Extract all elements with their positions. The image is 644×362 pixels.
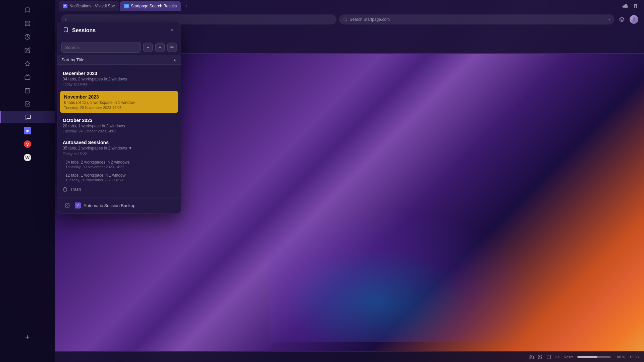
sidebar-item-mastodon[interactable]: m: [21, 125, 34, 137]
sidebar-item-calendar[interactable]: [21, 84, 34, 97]
car-glow: [269, 208, 538, 342]
edit-session-button[interactable]: ✏: [167, 43, 177, 52]
mastodon-favicon: m: [24, 127, 31, 134]
sidebar-item-history[interactable]: [21, 31, 34, 43]
tab-notifications[interactable]: m Notifications - Vivaldi Soc: [59, 1, 119, 11]
svg-marker-5: [25, 61, 30, 66]
session-meta-november: 6 tabs (of 12), 1 workspace in 1 window: [64, 100, 174, 105]
autosaved-header[interactable]: Autosaved Sessions 35 tabs, 2 workspaces…: [57, 136, 181, 151]
search-icon: [343, 17, 348, 22]
add-session-button[interactable]: +: [143, 43, 153, 52]
auto-backup-text: Automatic Session Backup: [84, 203, 136, 208]
window-icon: [546, 355, 551, 359]
session-title-december: December 2023: [63, 71, 175, 76]
remove-session-button[interactable]: −: [155, 43, 165, 52]
panel-title: Sessions: [72, 27, 165, 34]
status-camera-icon[interactable]: [529, 355, 534, 359]
sidebar-item-reader[interactable]: [21, 17, 34, 29]
settings-icon-button[interactable]: [63, 201, 72, 210]
search-bar[interactable]: Search Startpage.com ▾: [339, 14, 615, 24]
sidebar: m V W: [0, 0, 55, 362]
extensions-icon[interactable]: [617, 15, 627, 24]
address-dropdown: ▾: [65, 17, 67, 22]
autosaved-subitem-2[interactable]: 12 tabs, 1 workspace in 1 window Tuesday…: [57, 171, 181, 184]
sidebar-item-capture[interactable]: [21, 71, 34, 83]
sidebar-item-contacts[interactable]: [21, 58, 34, 70]
profile-avatar: 👤: [630, 15, 638, 24]
trash-icon: [63, 187, 67, 192]
session-meta-october: 20 tabs, 1 workspace in 2 windows: [63, 124, 175, 128]
status-window-icon[interactable]: [546, 355, 551, 359]
profile-icon[interactable]: 👤: [629, 15, 639, 24]
sidebar-item-vivaldi[interactable]: V: [21, 138, 34, 150]
cloud-icon[interactable]: ☁️: [621, 1, 630, 11]
autosaved-sub-meta-1: 34 tabs, 2 workspaces in 2 windows: [65, 160, 173, 165]
svg-rect-0: [25, 21, 27, 23]
tab-label-startpage: Startpage Search Results: [131, 4, 177, 8]
tab-startpage[interactable]: S Startpage Search Results: [120, 1, 181, 11]
settings-icon: [65, 203, 70, 208]
tab-favicon-startpage: S: [124, 4, 129, 8]
wikipedia-favicon: W: [24, 154, 31, 161]
session-title-october: October 2023: [63, 118, 175, 123]
tab-bar: m Notifications - Vivaldi Soc S Startpag…: [55, 0, 644, 12]
sessions-list: December 2023 34 tabs, 2 workspaces in 2…: [57, 65, 181, 197]
svg-point-15: [67, 205, 68, 206]
auto-backup-checkbox[interactable]: ✓: [75, 202, 81, 208]
tab-favicon-mastodon: m: [63, 4, 67, 8]
svg-rect-19: [547, 355, 550, 359]
svg-rect-7: [25, 88, 30, 93]
session-date-october: Tuesday, 24 October 2023 14:03: [63, 129, 175, 133]
close-button[interactable]: ×: [169, 27, 175, 34]
status-code-icon[interactable]: [555, 355, 560, 359]
sidebar-item-notes[interactable]: [21, 44, 34, 56]
sidebar-item-add-webpanel[interactable]: [21, 331, 34, 343]
auto-backup-label[interactable]: ✓ Automatic Session Backup: [75, 202, 136, 208]
reset-label: Reset: [564, 355, 574, 359]
panel-footer: ✓ Automatic Session Backup: [57, 197, 181, 214]
sidebar-item-tasks[interactable]: [21, 98, 34, 110]
tab-add-button[interactable]: +: [182, 2, 190, 10]
svg-rect-2: [28, 24, 30, 26]
panel-toolbar: + − ✏: [57, 39, 181, 55]
zoom-slider-fill: [577, 356, 597, 358]
sidebar-item-chat[interactable]: [0, 111, 55, 123]
sidebar-item-wikipedia[interactable]: W: [21, 152, 34, 164]
tab-label-notifications: Notifications - Vivaldi Soc: [69, 4, 115, 8]
search-dropdown: ▾: [608, 17, 610, 22]
session-item-november[interactable]: November 2023 6 tabs (of 12), 1 workspac…: [60, 91, 178, 113]
autosaved-title: Autosaved Sessions: [63, 140, 175, 145]
session-item-october[interactable]: October 2023 20 tabs, 1 workspace in 2 w…: [57, 114, 181, 136]
clock: 15:38: [629, 355, 639, 359]
autosaved-sub-meta-2: 12 tabs, 1 workspace in 1 window: [65, 173, 173, 178]
status-bar: Reset 100 % 15:38: [55, 351, 644, 362]
svg-rect-1: [28, 21, 30, 23]
trash-label: Trash: [70, 187, 81, 192]
sidebar-item-bookmark[interactable]: [21, 4, 34, 16]
session-meta-december: 34 tabs, 2 workspaces in 2 windows: [63, 77, 175, 81]
svg-point-16: [530, 356, 532, 358]
panel-header: Sessions ×: [57, 22, 181, 39]
search-placeholder: Search Startpage.com: [350, 17, 390, 22]
session-title-november: November 2023: [64, 94, 174, 100]
autosaved-subitem-1[interactable]: 34 tabs, 2 workspaces in 2 windows Thurs…: [57, 158, 181, 171]
status-image-icon[interactable]: [538, 355, 542, 359]
camera-icon: [529, 355, 534, 359]
session-date-december: Today at 14:43: [63, 82, 175, 86]
trash-item[interactable]: Trash: [57, 184, 181, 194]
autosaved-sub-date-2: Tuesday, 28 November 2023 14:58: [65, 178, 173, 182]
zoom-percent: 100 %: [615, 355, 625, 359]
sessions-search-input[interactable]: [61, 42, 141, 53]
code-icon: [555, 355, 560, 359]
sort-bar[interactable]: Sort by Title ▲: [57, 55, 181, 65]
svg-rect-6: [25, 76, 30, 79]
sessions-panel-icon: [63, 27, 69, 34]
sort-label: Sort by Title: [61, 57, 173, 62]
session-date-november: Tuesday, 28 November 2023 14:03: [64, 106, 174, 110]
trash-icon[interactable]: 🗑: [631, 1, 641, 11]
zoom-slider[interactable]: [577, 356, 611, 358]
session-item-december[interactable]: December 2023 34 tabs, 2 workspaces in 2…: [57, 67, 181, 89]
svg-point-18: [539, 356, 540, 357]
vivaldi-favicon: V: [24, 140, 31, 148]
status-reset[interactable]: Reset: [564, 355, 574, 359]
